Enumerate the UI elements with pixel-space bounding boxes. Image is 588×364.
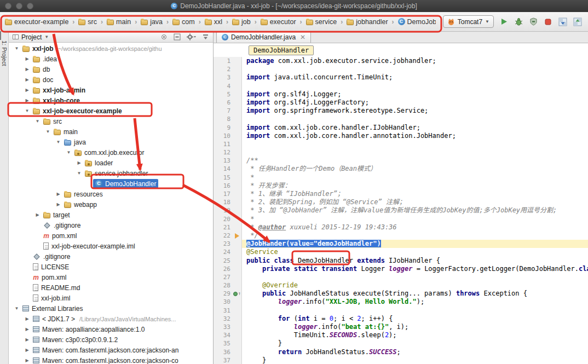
minimize-button[interactable] — [16, 3, 22, 9]
lib-icon — [33, 347, 39, 353]
tree-item-java[interactable]: ▼java — [9, 137, 213, 147]
breadcrumb-item-job[interactable]: job — [230, 18, 252, 26]
breadcrumb-item-demojobhandler[interactable]: CDemoJobHandler — [396, 18, 436, 26]
tree-item-readme-md[interactable]: README.md — [9, 282, 213, 293]
breadcrumb-item-xxl[interactable]: xxl — [203, 18, 224, 26]
chevron-closed-icon[interactable]: ▶ — [24, 77, 31, 82]
breadcrumb-item-executor-example[interactable]: executor-example — [3, 18, 70, 26]
locate-icon[interactable] — [160, 33, 168, 41]
tree-item-target[interactable]: ▶target — [9, 210, 213, 220]
run-button[interactable] — [499, 17, 509, 27]
vcs-commit-button[interactable] — [573, 17, 583, 27]
tree-item-resources[interactable]: ▶resources — [9, 189, 213, 199]
tree-item-xxl-job-core[interactable]: ▶xxl-job-core — [9, 95, 213, 106]
chevron-down-icon[interactable]: ▼ — [44, 34, 49, 39]
chevron-closed-icon[interactable]: ▶ — [76, 160, 83, 165]
breadcrumb-item-src[interactable]: src — [77, 18, 99, 26]
override-marker-icon[interactable]: ↑ — [238, 290, 241, 298]
chevron-open-icon[interactable]: ▼ — [76, 171, 83, 176]
collapse-all-icon[interactable] — [174, 33, 181, 41]
breadcrumb-item-java[interactable]: java — [139, 18, 164, 26]
context-chip[interactable]: DemoJobHandler — [249, 45, 314, 55]
tree-item-pom-xml[interactable]: mpom.xml — [9, 230, 213, 241]
code-line-2: 2 — [214, 65, 588, 73]
chevron-closed-icon[interactable]: ▶ — [24, 348, 31, 353]
project-tool-button[interactable]: 1: Project — [1, 41, 8, 66]
chevron-closed-icon[interactable]: ▶ — [55, 202, 62, 207]
stop-button[interactable] — [543, 17, 553, 27]
tree-item-jdk1-7[interactable]: ▶< JDK1.7 >/Library/Java/JavaVirtualMach… — [9, 314, 213, 324]
tree-item-maven-com-fasterxml-jackson-core-jackson-co[interactable]: ▶Maven: com.fasterxml.jackson.core:jacks… — [9, 355, 213, 364]
tree-item-loader[interactable]: ▶loader — [9, 158, 213, 168]
tree-item-license[interactable]: LICENSE — [9, 262, 213, 272]
tree-item-maven-com-fasterxml-jackson-core-jackson-an[interactable]: ▶Maven: com.fasterxml.jackson.core:jacks… — [9, 345, 213, 355]
chevron-open-icon[interactable]: ▼ — [44, 129, 51, 134]
gutter: 19 — [214, 206, 242, 215]
code-line-text: @Service — [242, 248, 588, 256]
code-line-text — [242, 115, 588, 123]
tree-item-xxl-job-executor-example-iml[interactable]: xxl-job-executor-example.iml — [9, 241, 213, 251]
tree-item-xxl-job-admin[interactable]: ▶xxl-job-admin — [9, 85, 213, 95]
tab-demojobhandler[interactable]: C DemoJobHandler.java ✕ — [216, 31, 311, 43]
close-button[interactable] — [5, 3, 11, 9]
chevron-closed-icon[interactable]: ▶ — [24, 327, 31, 332]
chevron-open-icon[interactable]: ▼ — [13, 306, 20, 311]
breadcrumb-item-com[interactable]: com — [171, 18, 197, 26]
chevron-open-icon[interactable]: ▼ — [65, 150, 72, 155]
run-marker-icon[interactable] — [233, 292, 238, 296]
chevron-closed-icon[interactable]: ▶ — [24, 88, 31, 93]
tree-item-com-xxl-job-executor[interactable]: ▼com.xxl.job.executor — [9, 147, 213, 158]
chevron-closed-icon[interactable]: ▶ — [24, 67, 31, 72]
tree-item-doc[interactable]: ▶doc — [9, 74, 213, 85]
breadcrumb-item-jobhandler[interactable]: jobhandler — [345, 18, 389, 26]
tree-item-service-jobhandler[interactable]: ▼service.jobhandler — [9, 168, 213, 178]
chevron-closed-icon[interactable]: ▶ — [24, 316, 31, 321]
settings-gear-icon[interactable] — [187, 33, 196, 41]
tree-item-maven-aopalliance-aopalliance-1-0[interactable]: ▶Maven: aopalliance:aopalliance:1.0 — [9, 324, 213, 334]
chevron-open-icon[interactable]: ▼ — [34, 119, 41, 124]
breadcrumb-item-service[interactable]: service — [304, 18, 339, 26]
chevron-open-icon[interactable]: ▼ — [55, 140, 62, 145]
chevron-open-icon[interactable]: ▼ — [13, 46, 20, 51]
tree-item-path: ~/workspaces/idea-git-workspace/githu — [58, 45, 162, 52]
tree-item-src[interactable]: ▼src — [9, 116, 213, 126]
gutter: 17 — [214, 190, 242, 198]
tree-item-main[interactable]: ▼main — [9, 126, 213, 137]
chevron-closed-icon[interactable]: ▶ — [34, 212, 41, 217]
tree-item-xxl-job-iml[interactable]: xxl-job.iml — [9, 293, 213, 303]
tree-item-pom-xml[interactable]: mpom.xml — [9, 272, 213, 282]
tree-item-idea[interactable]: ▶.idea — [9, 54, 213, 64]
zoom-button[interactable] — [27, 3, 33, 9]
tree-item-db[interactable]: ▶db — [9, 64, 213, 74]
tree-item-xxl-job-executor-example[interactable]: ▼xxl-job-executor-example — [9, 106, 213, 116]
debug-button[interactable] — [514, 17, 523, 27]
chevron-closed-icon[interactable]: ▶ — [24, 98, 31, 103]
java-class-icon: C — [171, 3, 177, 9]
breadcrumb-item-executor[interactable]: executor — [259, 18, 298, 26]
breadcrumb-item-main[interactable]: main — [105, 18, 132, 26]
chevron-closed-icon[interactable]: ▶ — [24, 358, 31, 363]
gutter: 15 — [214, 174, 242, 182]
run-configuration-select[interactable]: Tomcat7 ▼ — [443, 15, 494, 28]
line-number: 9 — [214, 124, 233, 132]
coverage-button[interactable] — [528, 17, 538, 27]
tree-item-body: .gitignore — [41, 221, 83, 230]
chevron-open-icon[interactable]: ▼ — [24, 108, 31, 113]
tree-item-xxl-job[interactable]: ▼xxl-job~/workspaces/idea-git-workspace/… — [9, 43, 213, 54]
tree-item-maven-c3p0-c3p0-0-9-1-2[interactable]: ▶Maven: c3p0:c3p0:0.9.1.2 — [9, 334, 213, 345]
tree-item-gitignore[interactable]: .gitignore — [9, 251, 213, 262]
tree-item-external-libraries[interactable]: ▼External Libraries — [9, 303, 213, 314]
tree-item-label: xxl-job-admin — [43, 86, 85, 94]
tree-item-gitignore[interactable]: .gitignore — [9, 220, 213, 230]
chevron-closed-icon[interactable]: ▶ — [24, 56, 31, 61]
chevron-closed-icon[interactable]: ▶ — [55, 192, 62, 197]
vcs-update-button[interactable] — [558, 17, 568, 27]
code-editor[interactable]: 1package com.xxl.job.executor.service.jo… — [214, 57, 588, 364]
bookmark-icon[interactable] — [235, 233, 239, 239]
tree-item-demojobhandler[interactable]: CDemoJobHandler — [9, 178, 213, 189]
line-number: 13 — [214, 157, 233, 165]
hide-panel-icon[interactable] — [202, 33, 209, 41]
tree-item-webapp[interactable]: ▶webapp — [9, 199, 213, 210]
close-tab-icon[interactable]: ✕ — [300, 34, 305, 41]
chevron-closed-icon[interactable]: ▶ — [24, 337, 31, 342]
